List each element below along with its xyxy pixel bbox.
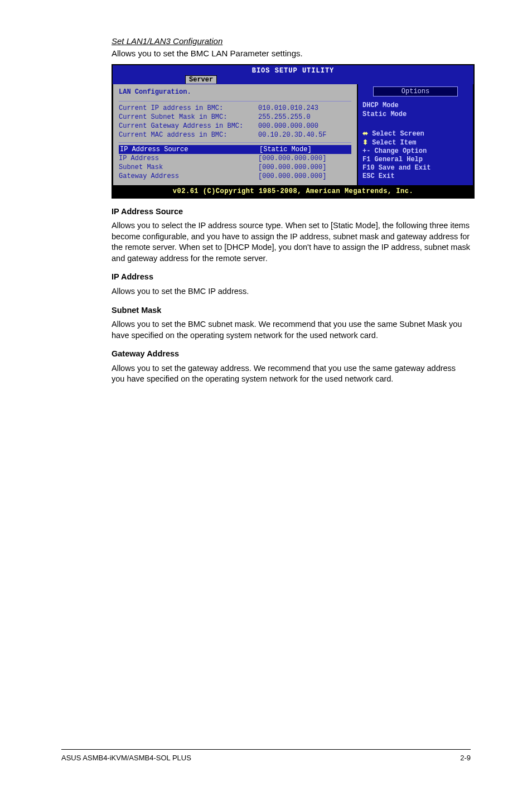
para-body-gateway: Allows you to set the gateway address. W… (112, 363, 471, 385)
label-gateway: Gateway Address (119, 172, 258, 181)
para-title-ip-source: IP Address Source (112, 206, 471, 218)
arrow-left-right-icon: ⬌ (362, 129, 368, 137)
label-cur-ip: Current IP address in BMC: (119, 104, 258, 113)
field-row-selected: IP Address Source [Static Mode] (119, 145, 351, 154)
value-ip: [000.000.000.000] (258, 154, 351, 163)
value-ip-source: [Static Mode] (259, 145, 351, 154)
section-subtitle: Allows you to set the BMC LAN Parameter … (112, 48, 471, 59)
footer-right: 2-9 (460, 753, 471, 763)
value-cur-gw: 000.000.000.000 (258, 122, 351, 131)
section-title: Set LAN1/LAN3 Configuration (112, 36, 471, 47)
field-row: Current MAC address in BMC: 00.10.20.3D.… (119, 131, 351, 139)
field-row: Current Gateway Address in BMC: 000.000.… (119, 122, 351, 131)
bios-title: BIOS SETUP UTILITY (113, 65, 473, 75)
label-ip: IP Address (119, 154, 258, 163)
label-ip-source: IP Address Source (120, 145, 259, 154)
divider (119, 142, 351, 143)
para-title-subnet: Subnet Mask (112, 305, 471, 316)
field-row: Subnet Mask [000.000.000.000] (119, 163, 351, 172)
value-subnet: [000.000.000.000] (258, 163, 351, 172)
bios-screen-title: LAN Configuration. (119, 86, 351, 99)
help-general-help: F1 General Help (362, 156, 468, 164)
divider (119, 101, 351, 102)
help-change-option: +- Change Option (362, 147, 468, 156)
help-select-screen: ⬌ Select Screen (362, 129, 468, 138)
help-select-item: ⬍ Select Item (362, 138, 468, 147)
options-title: Options (373, 86, 458, 97)
value-gateway: [000.000.000.000] (258, 172, 351, 181)
para-body-ip-source: Allows you to select the IP address sour… (112, 220, 471, 264)
label-cur-gw: Current Gateway Address in BMC: (119, 122, 258, 131)
label-cur-subnet: Current Subnet Mask in BMC: (119, 113, 258, 122)
label-cur-mac: Current MAC address in BMC: (119, 131, 258, 139)
footer-left: ASUS ASMB4-iKVM/ASMB4-SOL PLUS (61, 753, 191, 763)
field-row: Current Subnet Mask in BMC: 255.255.255.… (119, 113, 351, 122)
arrow-up-down-icon: ⬍ (362, 138, 368, 146)
field-row: IP Address [000.000.000.000] (119, 154, 351, 163)
label-subnet: Subnet Mask (119, 163, 258, 172)
help-esc-exit: ESC Exit (362, 172, 468, 181)
option-dhcp: DHCP Mode (362, 101, 468, 110)
option-static: Static Mode (362, 110, 468, 119)
bios-tab-server: Server (185, 75, 217, 84)
bios-status-bar: v02.61 (C)Copyright 1985-2008, American … (113, 186, 473, 197)
para-body-ip: Allows you to set the BMC IP address. (112, 286, 471, 297)
value-cur-ip: 010.010.010.243 (258, 104, 351, 113)
bios-screenshot: BIOS SETUP UTILITY Server LAN Configurat… (112, 64, 475, 199)
field-row: Current IP address in BMC: 010.010.010.2… (119, 104, 351, 113)
value-cur-mac: 00.10.20.3D.40.5F (258, 131, 351, 139)
para-body-subnet: Allows you to set the BMC subnet mask. W… (112, 319, 471, 341)
help-save-exit: F10 Save and Exit (362, 164, 468, 172)
para-title-gateway: Gateway Address (112, 349, 471, 360)
para-title-ip: IP Address (112, 272, 471, 283)
value-cur-subnet: 255.255.255.0 (258, 113, 351, 122)
field-row: Gateway Address [000.000.000.000] (119, 172, 351, 181)
